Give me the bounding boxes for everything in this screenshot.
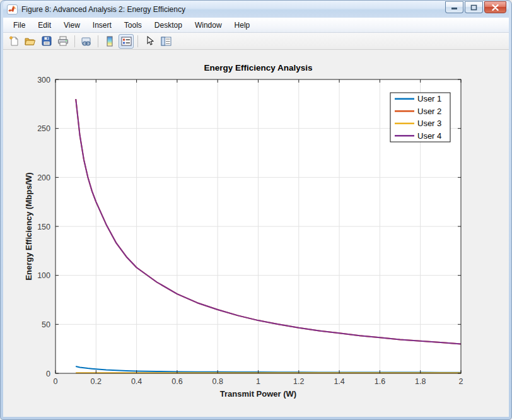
insert-colorbar-icon[interactable] (102, 34, 117, 49)
x-tick-label: 0.4 (131, 377, 142, 386)
save-figure-icon[interactable] (39, 34, 54, 49)
x-tick-label: 2 (459, 377, 463, 386)
print-figure-icon[interactable] (55, 34, 71, 49)
edit-plot-arrow-icon[interactable] (142, 34, 157, 49)
x-tick-label: 1 (256, 377, 260, 386)
y-tick-label: 300 (37, 76, 50, 85)
menu-item-help[interactable]: Help (228, 19, 257, 32)
x-tick-label: 1.8 (415, 377, 426, 386)
x-tick-label: 0.6 (172, 377, 182, 386)
menu-item-view[interactable]: View (57, 19, 86, 32)
x-tick-label: 1.6 (375, 377, 385, 386)
toolbar-separator (137, 35, 138, 47)
matlab-figure-window: Figure 8: Advanced Analysis 2: Energy Ef… (0, 0, 512, 420)
y-tick-label: 50 (42, 320, 50, 329)
y-tick-label: 250 (37, 124, 50, 133)
titlebar[interactable]: Figure 8: Advanced Analysis 2: Energy Ef… (3, 1, 509, 18)
x-axis-label: Transmit Power (W) (220, 389, 296, 399)
link-plot-icon[interactable] (79, 34, 94, 49)
menu-item-tools[interactable]: Tools (118, 19, 148, 32)
legend-label: User 2 (417, 107, 441, 116)
open-file-icon[interactable] (23, 34, 38, 49)
window-title: Figure 8: Advanced Analysis 2: Energy Ef… (21, 5, 445, 14)
legend-label: User 4 (417, 131, 441, 141)
toolbar-separator (98, 35, 98, 47)
menu-item-edit[interactable]: Edit (32, 19, 57, 32)
new-figure-icon[interactable] (6, 34, 21, 49)
x-tick-label: 1.2 (293, 377, 304, 386)
minimize-button[interactable] (445, 1, 463, 13)
menu-item-file[interactable]: File (7, 19, 32, 32)
y-axis-label: Energy Efficiency (Mbps/W) (24, 172, 33, 280)
y-tick-label: 0 (46, 370, 50, 378)
insert-legend-icon[interactable] (119, 34, 134, 49)
x-tick-label: 1.4 (334, 377, 344, 386)
x-tick-label: 0.8 (212, 377, 223, 386)
menu-item-desktop[interactable]: Desktop (148, 19, 189, 32)
toolbar-separator (74, 35, 75, 47)
maximize-button[interactable] (465, 1, 483, 13)
y-tick-label: 100 (37, 271, 50, 280)
figure-canvas: 00.20.40.60.811.21.41.61.820501001502002… (3, 50, 509, 417)
menu-item-insert[interactable]: Insert (86, 19, 118, 32)
toolbar (3, 33, 509, 50)
close-button[interactable] (484, 1, 506, 13)
property-editor-icon[interactable] (158, 34, 173, 49)
x-tick-label: 0.2 (91, 377, 102, 386)
y-tick-label: 150 (37, 223, 50, 231)
legend-label: User 3 (417, 119, 441, 128)
menu-item-window[interactable]: Window (189, 19, 228, 32)
energy-efficiency-chart: 00.20.40.60.811.21.41.61.820501001502002… (3, 50, 509, 417)
x-tick-label: 0 (54, 377, 58, 386)
menubar: FileEditViewInsertToolsDesktopWindowHelp (3, 18, 509, 33)
legend[interactable]: User 1User 2User 3User 4 (390, 93, 450, 142)
matlab-logo-icon (7, 4, 18, 15)
chart-title: Energy Efficiency Analysis (204, 63, 312, 73)
legend-label: User 1 (417, 94, 441, 103)
y-tick-label: 200 (37, 173, 50, 182)
